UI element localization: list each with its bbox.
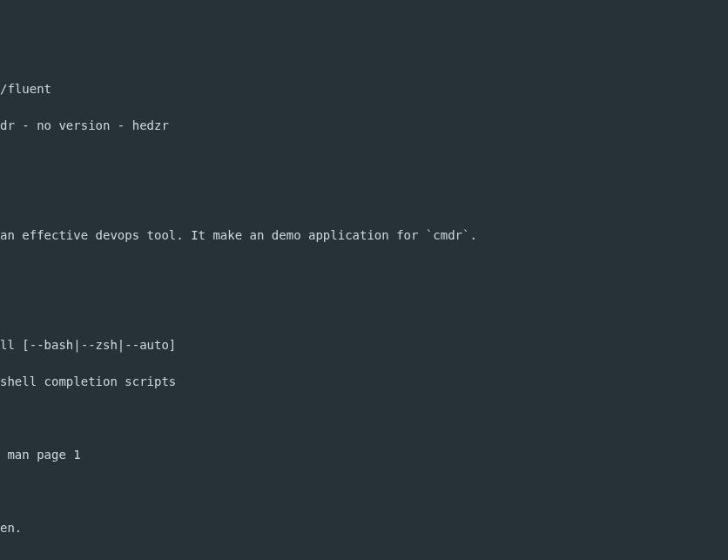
manpage-line: man page 1 [0,446,728,464]
usage-line2: shell completion scripts [0,373,728,391]
en-line: en. [0,519,728,537]
header-desc: an effective devops tool. It make an dem… [0,226,728,245]
usage-line1: ll [--bash|--zsh|--auto] [0,336,728,354]
header-line2: dr - no version - hedzr [0,117,728,135]
header-path: /fluent [0,80,728,98]
